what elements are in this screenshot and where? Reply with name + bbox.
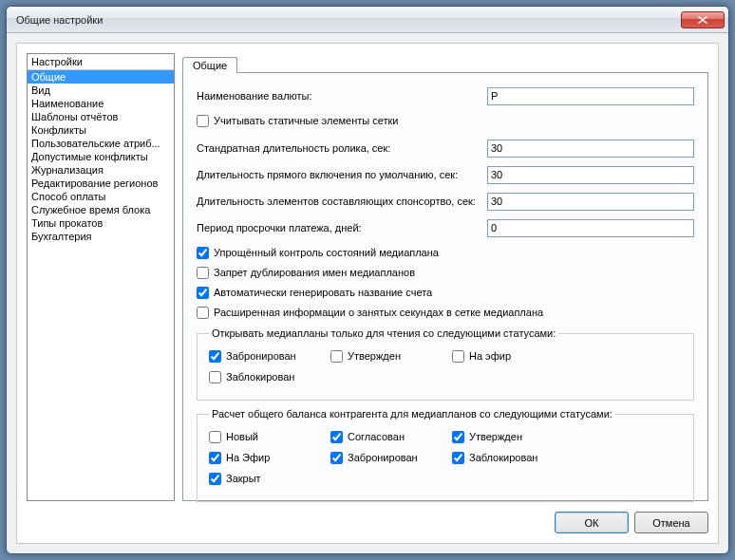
- balance-status-item: Согласован: [330, 429, 452, 444]
- live-duration-input[interactable]: [487, 166, 694, 184]
- balance-status-item: Новый: [209, 429, 330, 444]
- readonly-status-label: Забронирован: [226, 350, 296, 362]
- static-elements-checkbox[interactable]: [197, 115, 209, 127]
- balance-status-label: Согласован: [348, 431, 405, 442]
- overdue-label: Период просрочки платежа, дней:: [197, 222, 487, 233]
- tab-general[interactable]: Общие: [182, 57, 237, 73]
- sidebar-item[interactable]: Допустимые конфликты: [28, 150, 174, 163]
- readonly-status-item: Забронирован: [209, 348, 330, 364]
- sidebar-item[interactable]: Бухгалтерия: [28, 230, 174, 243]
- balance-status-item: Закрыт: [209, 471, 330, 486]
- close-icon: [698, 16, 707, 24]
- readonly-status-label: Заблокирован: [226, 371, 294, 383]
- balance-status-label: Утвержден: [469, 431, 522, 442]
- sidebar-item[interactable]: Наименование: [28, 97, 174, 110]
- close-button[interactable]: [681, 11, 725, 28]
- currency-label: Наименование валюты:: [197, 90, 487, 102]
- balance-status-label: Забронирован: [348, 452, 418, 463]
- balance-status-label: Заблокирован: [469, 452, 537, 463]
- settings-sidebar: Настройки ОбщиеВидНаименованиеШаблоны от…: [27, 53, 175, 501]
- balance-status-item: Забронирован: [330, 450, 452, 465]
- balance-status-legend: Расчет общего баланса контрагента для ме…: [209, 408, 615, 420]
- sponsor-duration-input[interactable]: [487, 193, 694, 211]
- sidebar-item[interactable]: Конфликты: [28, 123, 174, 137]
- readonly-status-label: Утвержден: [348, 350, 401, 362]
- std-duration-input[interactable]: [487, 140, 694, 158]
- readonly-status-item: Утвержден: [330, 348, 452, 364]
- ok-button[interactable]: ОК: [555, 512, 629, 533]
- balance-status-grid: НовыйСогласованУтвержденНа ЭфирЗаброниро…: [209, 429, 682, 492]
- readonly-status-checkbox[interactable]: [330, 350, 343, 363]
- sidebar-item[interactable]: Типы прокатов: [28, 216, 174, 230]
- sidebar-item[interactable]: Шаблоны отчётов: [28, 110, 174, 123]
- titlebar: Общие настройки: [7, 7, 728, 33]
- sidebar-list: ОбщиеВидНаименованиеШаблоны отчётовКонфл…: [28, 70, 174, 243]
- extended-checkbox[interactable]: [197, 307, 209, 319]
- balance-status-label: Новый: [226, 431, 258, 442]
- sidebar-item[interactable]: Редактирование регионов: [28, 177, 174, 190]
- readonly-status-checkbox[interactable]: [209, 371, 221, 383]
- balance-status-checkbox[interactable]: [452, 452, 464, 464]
- static-elements-label: Учитывать статичные элементы сетки: [214, 115, 399, 126]
- sidebar-item[interactable]: Журнализация: [28, 163, 174, 177]
- button-bar: ОК Отмена: [555, 512, 708, 533]
- balance-status-label: Закрыт: [226, 473, 261, 484]
- window-title: Общие настройки: [16, 14, 681, 26]
- currency-input[interactable]: [487, 87, 694, 105]
- balance-status-item: На Эфир: [209, 450, 330, 465]
- simplified-label: Упрощённый контроль состояний медиаплана: [214, 247, 439, 258]
- balance-status-checkbox[interactable]: [330, 431, 343, 443]
- simplified-checkbox[interactable]: [197, 247, 209, 259]
- std-duration-label: Стандратная длительность ролика, сек:: [197, 142, 487, 154]
- sidebar-item[interactable]: Вид: [28, 84, 174, 97]
- readonly-status-item: Заблокирован: [209, 369, 330, 384]
- readonly-status-checkbox[interactable]: [209, 350, 221, 363]
- readonly-status-grid: ЗабронированУтвержденНа эфирЗаблокирован: [209, 348, 682, 390]
- live-duration-label: Длительность прямого включения по умолча…: [197, 169, 487, 180]
- sidebar-item[interactable]: Способ оплаты: [28, 190, 174, 203]
- readonly-status-group: Открывать медиапланы только для чтения с…: [197, 327, 694, 401]
- balance-status-checkbox[interactable]: [209, 473, 221, 485]
- balance-status-item: Утвержден: [452, 429, 574, 444]
- balance-status-label: На Эфир: [226, 452, 270, 463]
- sidebar-item[interactable]: Служебное время блока: [28, 203, 174, 216]
- balance-status-checkbox[interactable]: [330, 452, 343, 464]
- overdue-input[interactable]: [487, 219, 694, 237]
- readonly-status-item: На эфир: [452, 348, 574, 364]
- sidebar-item[interactable]: Пользовательские атриб...: [28, 137, 174, 150]
- readonly-status-label: На эфир: [469, 350, 511, 362]
- readonly-status-legend: Открывать медиапланы только для чтения с…: [209, 327, 558, 339]
- duplicate-checkbox[interactable]: [197, 267, 209, 279]
- main-panel: Общие Наименование валюты: Учитывать ста…: [182, 53, 708, 501]
- balance-status-group: Расчет общего баланса контрагента для ме…: [197, 408, 694, 502]
- duplicate-label: Запрет дублирования имен медиапланов: [214, 267, 415, 278]
- autogen-checkbox[interactable]: [197, 287, 209, 299]
- balance-status-checkbox[interactable]: [209, 452, 221, 464]
- balance-status-checkbox[interactable]: [452, 431, 464, 443]
- tab-panel-general: Наименование валюты: Учитывать статичные…: [182, 72, 708, 501]
- balance-status-checkbox[interactable]: [209, 431, 221, 443]
- client-area: Настройки ОбщиеВидНаименованиеШаблоны от…: [16, 43, 719, 544]
- sidebar-item[interactable]: Общие: [28, 70, 174, 84]
- tab-strip: Общие: [182, 53, 708, 72]
- dialog-window: Общие настройки Настройки ОбщиеВидНаимен…: [6, 6, 729, 554]
- autogen-label: Автоматически генерировать название счет…: [214, 287, 432, 298]
- readonly-status-checkbox[interactable]: [452, 350, 464, 363]
- sponsor-duration-label: Длительность элементов составляющих спон…: [197, 196, 487, 207]
- sidebar-header: Настройки: [28, 54, 174, 70]
- balance-status-item: Заблокирован: [452, 450, 574, 465]
- cancel-button[interactable]: Отмена: [634, 512, 708, 533]
- content-area: Настройки ОбщиеВидНаименованиеШаблоны от…: [27, 53, 708, 501]
- extended-label: Расширенная информации о занятых секунда…: [214, 307, 543, 318]
